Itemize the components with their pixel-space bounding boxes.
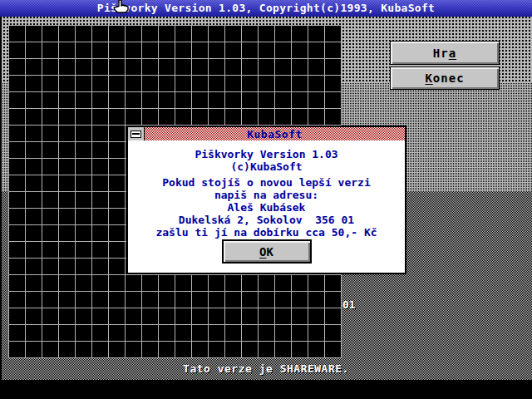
dialog-text-line: Aleš Kubásek xyxy=(128,201,405,214)
dialog-system-menu-button[interactable] xyxy=(128,127,145,140)
window-titlebar: Piškvorky Version 1.03, Copyright(c)1993… xyxy=(0,0,532,17)
ok-button[interactable]: OK xyxy=(222,239,312,264)
system-menu-icon xyxy=(131,131,141,138)
stray-01-label: 01 xyxy=(342,298,356,311)
about-dialog: KubaSoft Piškvorky Version 1.03 (c)KubaS… xyxy=(126,126,406,274)
hra-button-label: Hra xyxy=(433,47,456,60)
hra-button[interactable]: Hra xyxy=(390,41,500,65)
dialog-text-line: (c)KubaSoft xyxy=(128,160,405,173)
dialog-text-line: napiš na adresu: xyxy=(128,189,405,201)
dialog-text-line: Pokud stojíš o novou lepší verzi xyxy=(128,176,405,189)
dialog-title: KubaSoft xyxy=(247,128,303,140)
dialog-titlebar-pattern: KubaSoft xyxy=(145,127,405,140)
dialog-text-line: zašlu ti jí na dobírku cca 50,- Kč xyxy=(128,226,405,239)
konec-button-label: Konec xyxy=(425,71,464,85)
window-title: Piškvorky Version 1.03, Copyright(c)1993… xyxy=(97,2,435,14)
dialog-text-line: Piškvorky Version 1.03 xyxy=(128,148,405,160)
screen-left-edge xyxy=(0,17,2,380)
background-bottom-black xyxy=(0,380,532,399)
shareware-footer: Tato verze je SHAREWARE. xyxy=(0,362,532,375)
dialog-text-line: Dukelská 2, Sokolov 356 01 xyxy=(128,214,405,226)
konec-button[interactable]: Konec xyxy=(390,66,500,90)
dialog-titlebar[interactable]: KubaSoft xyxy=(128,127,405,140)
dialog-body: Piškvorky Version 1.03 (c)KubaSoft Pokud… xyxy=(128,140,405,239)
ok-button-label: OK xyxy=(259,245,273,259)
